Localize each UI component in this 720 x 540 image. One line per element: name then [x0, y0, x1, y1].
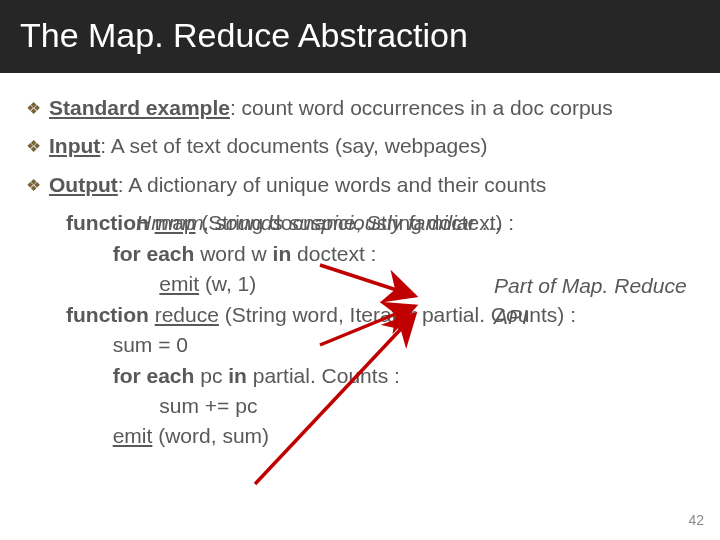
bullet-text: Standard example: count word occurrences… — [49, 93, 613, 123]
slide: The Map. Reduce Abstraction ❖ Standard e… — [0, 0, 720, 540]
annotation-hmm: Hmmm, sounds suspiciously familiar … — [136, 208, 502, 238]
code-line-emit-word: emit (word, sum) — [66, 421, 694, 451]
bullet-standard-example: ❖ Standard example: count word occurrenc… — [26, 93, 694, 123]
code-line-sum-init: sum = 0 — [66, 330, 694, 360]
title-bar: The Map. Reduce Abstraction — [0, 0, 720, 73]
bullet-rest: : A dictionary of unique words and their… — [118, 173, 546, 196]
pseudocode-block: function map (String docname, String doc… — [66, 208, 694, 452]
bullet-rest: : count word occurrences in a doc corpus — [230, 96, 613, 119]
page-number: 42 — [688, 512, 704, 528]
diamond-icon: ❖ — [26, 174, 41, 200]
code-line-foreach-word: for each word w in doctext : — [66, 239, 694, 269]
diamond-icon: ❖ — [26, 135, 41, 161]
content-area: ❖ Standard example: count word occurrenc… — [0, 73, 720, 452]
slide-title: The Map. Reduce Abstraction — [20, 16, 700, 55]
bullet-text: Output: A dictionary of unique words and… — [49, 170, 546, 200]
bullet-label: Input — [49, 134, 100, 157]
annotation-api: Part of Map. Reduce API — [494, 271, 694, 332]
bullet-output: ❖ Output: A dictionary of unique words a… — [26, 170, 694, 200]
bullet-rest: : A set of text documents (say, webpages… — [100, 134, 487, 157]
code-line-sum-inc: sum += pc — [66, 391, 694, 421]
diamond-icon: ❖ — [26, 97, 41, 123]
bullet-text: Input: A set of text documents (say, web… — [49, 131, 487, 161]
code-line-foreach-pc: for each pc in partial. Counts : — [66, 361, 694, 391]
bullet-input: ❖ Input: A set of text documents (say, w… — [26, 131, 694, 161]
bullet-label: Output — [49, 173, 118, 196]
bullet-label: Standard example — [49, 96, 230, 119]
